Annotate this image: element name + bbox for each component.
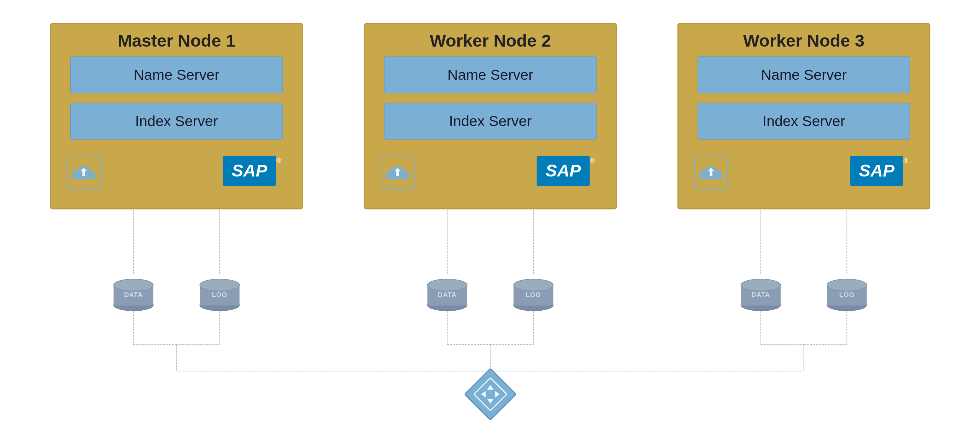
worker-node-3-title: Worker Node 3 xyxy=(743,31,864,50)
worker-node-2-data-label: DATA xyxy=(438,291,457,298)
master-node-1-index-server-label: Index Server xyxy=(135,113,218,129)
master-node-1-data-label: DATA xyxy=(124,291,143,298)
master-node-1-log-label: LOG xyxy=(212,291,227,298)
worker-node-3-sap-text: SAP xyxy=(859,161,894,180)
worker-node-2-sap-text: SAP xyxy=(545,161,581,180)
master-node-1-log-db-top xyxy=(200,279,240,291)
master-node-1-title: Master Node 1 xyxy=(117,31,235,50)
master-node-1-sap-text: SAP xyxy=(231,161,267,180)
master-node-1-name-server-label: Name Server xyxy=(134,67,220,83)
worker-node-2-log-label: LOG xyxy=(525,291,541,298)
worker-node-2-data-db-top xyxy=(427,279,467,291)
worker-node-2-title: Worker Node 2 xyxy=(430,31,550,50)
worker-node-3-data-db-top xyxy=(741,279,781,291)
worker-node-3-sap-reg: ® xyxy=(903,156,908,164)
worker-node-2-index-server-label: Index Server xyxy=(449,113,531,129)
worker-node-2-sap-reg: ® xyxy=(590,156,595,164)
worker-node-2-log-db-top xyxy=(514,279,554,291)
worker-node-3-data-label: DATA xyxy=(751,291,770,298)
worker-node-3-log-label: LOG xyxy=(839,291,854,298)
worker-node-3-log-db-top xyxy=(827,279,867,291)
master-node-1-sap-reg: ® xyxy=(276,156,281,164)
svg-rect-15 xyxy=(465,368,516,420)
central-diamond xyxy=(465,368,516,420)
worker-node-2-name-server-label: Name Server xyxy=(447,67,533,83)
architecture-diagram: Master Node 1 Name Server Index Server S… xyxy=(31,4,950,428)
master-node-1-data-db-top xyxy=(113,279,153,291)
worker-node-3-name-server-label: Name Server xyxy=(760,67,846,83)
worker-node-3-index-server-label: Index Server xyxy=(762,113,845,129)
